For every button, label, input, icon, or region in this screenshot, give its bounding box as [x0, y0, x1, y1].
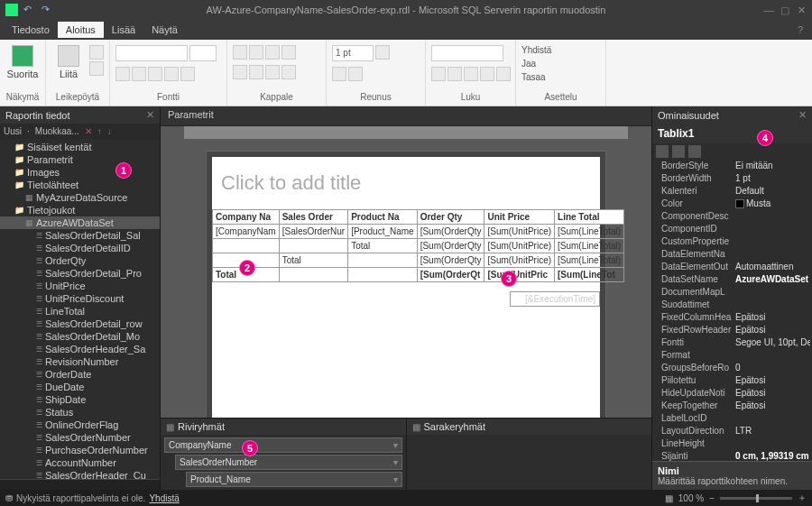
edit-button[interactable]: Muokkaa...: [35, 126, 79, 136]
property-row[interactable]: CustomPropertie: [652, 235, 812, 248]
tree-node[interactable]: DueDate: [0, 381, 160, 393]
dec-inc-icon[interactable]: [480, 67, 494, 81]
minimize-button[interactable]: —: [763, 5, 774, 15]
zoom-in-icon[interactable]: ＋: [798, 492, 807, 504]
align-center-icon[interactable]: [249, 45, 263, 60]
tree-node[interactable]: UnitPrice: [0, 280, 160, 292]
align-left-icon[interactable]: [233, 45, 247, 60]
property-grid[interactable]: BorderStyleEi mitäänBorderWidth1 ptKalen…: [652, 160, 812, 461]
tree-node[interactable]: SalesOrderNumber: [0, 431, 160, 444]
close-icon[interactable]: ✕: [146, 109, 154, 121]
tree-node[interactable]: SalesOrderDetail_Mo: [0, 330, 160, 343]
tree-node[interactable]: RevisionNumber: [0, 355, 160, 368]
down-icon[interactable]: ↓: [107, 126, 112, 136]
property-row[interactable]: ComponentDesc: [652, 210, 812, 223]
new-button[interactable]: Uusi: [4, 126, 22, 136]
bold-icon[interactable]: [115, 67, 130, 81]
property-row[interactable]: DataSetNameAzureAWDataSet: [652, 273, 812, 286]
tree-node[interactable]: Tietolähteet: [0, 179, 160, 191]
property-row[interactable]: LayoutDirectionLTR: [652, 425, 812, 437]
property-pages-icon[interactable]: [688, 145, 701, 158]
title-placeholder[interactable]: Click to add title: [212, 157, 600, 209]
tree-node[interactable]: Sisäiset kentät: [0, 141, 160, 153]
close-icon[interactable]: ✕: [798, 109, 807, 121]
tree-node[interactable]: SalesOrderDetail_Sal: [0, 229, 160, 242]
comma-icon[interactable]: [464, 67, 478, 81]
tree-node[interactable]: Parametrit: [0, 153, 160, 166]
cut-icon[interactable]: [89, 45, 104, 60]
property-row[interactable]: ComponentID: [652, 223, 812, 235]
tree-node[interactable]: UnitPriceDiscount: [0, 292, 160, 305]
font-size-select[interactable]: [189, 45, 217, 61]
italic-icon[interactable]: [132, 67, 146, 81]
tree-node[interactable]: SalesOrderHeader_Cu: [0, 469, 160, 479]
report-data-tree[interactable]: Sisäiset kentätParametritImagesTietoläht…: [0, 139, 160, 479]
property-row[interactable]: FixedRowHeaderEpätosi: [652, 324, 812, 336]
parameters-tab[interactable]: Parametrit: [161, 106, 651, 126]
align-right-icon[interactable]: [265, 45, 280, 60]
tree-node[interactable]: MyAzureDataSource: [0, 191, 160, 204]
paste-button[interactable]: Liitä: [51, 45, 86, 79]
property-row[interactable]: LabelLocID: [652, 412, 812, 425]
tree-node[interactable]: SalesOrderDetail_row: [0, 317, 160, 330]
up-icon[interactable]: ↑: [97, 126, 102, 136]
tree-node[interactable]: AzureAWDataSet: [0, 216, 160, 229]
tree-node[interactable]: OnlineOrderFlag: [0, 419, 160, 431]
tree-node[interactable]: OrderDate: [0, 368, 160, 381]
property-row[interactable]: GroupsBeforeRo0: [652, 362, 812, 374]
row-group[interactable]: Product_Name: [186, 472, 402, 487]
zoom-out-icon[interactable]: −: [709, 493, 715, 503]
connect-link[interactable]: Yhdistä: [149, 493, 179, 503]
zoom-slider[interactable]: [720, 497, 792, 500]
currency-icon[interactable]: [431, 67, 446, 81]
tree-node[interactable]: AccountNumber: [0, 456, 160, 469]
execution-time[interactable]: [&ExecutionTime]: [510, 291, 600, 307]
property-row[interactable]: HideUpdateNotiEpätosi: [652, 387, 812, 400]
property-row[interactable]: BorderStyleEi mitään: [652, 160, 812, 172]
tree-node[interactable]: LineTotal: [0, 305, 160, 317]
font-color-icon[interactable]: [164, 67, 179, 81]
property-row[interactable]: DataElementNa: [652, 248, 812, 261]
valign-top-icon[interactable]: [233, 65, 247, 79]
delete-icon[interactable]: ✕: [85, 126, 92, 136]
dec-dec-icon[interactable]: [496, 67, 511, 81]
row-group[interactable]: SalesOrderNumber: [175, 455, 402, 470]
split-button[interactable]: Jaa: [521, 59, 536, 69]
tree-node[interactable]: ShipDate: [0, 393, 160, 406]
fill-color-icon[interactable]: [180, 67, 195, 81]
border-color-icon[interactable]: [348, 67, 363, 81]
underline-icon[interactable]: [148, 67, 162, 81]
property-row[interactable]: FonttiSegoe UI, 10pt, Default,: [652, 336, 812, 349]
copy-icon[interactable]: [89, 61, 104, 76]
indent-icon[interactable]: [281, 65, 296, 79]
tree-node[interactable]: Status: [0, 406, 160, 419]
tablix[interactable]: Company NaSales OrderProduct NaOrder Qty…: [212, 209, 624, 282]
tree-node[interactable]: SalesOrderDetail_Pro: [0, 267, 160, 280]
row-group[interactable]: CompanyName: [164, 437, 402, 453]
border-width-select[interactable]: 1 pt: [332, 45, 374, 61]
font-family-select[interactable]: [115, 45, 188, 61]
valign-mid-icon[interactable]: [249, 65, 263, 79]
align-button[interactable]: Tasaa: [521, 72, 546, 82]
help-icon[interactable]: ?: [792, 24, 808, 35]
categorized-icon[interactable]: [656, 145, 669, 158]
tree-node[interactable]: PurchaseOrderNumber: [0, 444, 160, 456]
alphabetical-icon[interactable]: [672, 145, 685, 158]
property-row[interactable]: KalenteriDefault: [652, 185, 812, 198]
property-row[interactable]: BorderWidth1 pt: [652, 172, 812, 185]
tree-node[interactable]: SalesOrderDetailID: [0, 242, 160, 254]
property-row[interactable]: DataElementOutAutomaattinen: [652, 261, 812, 273]
tab-view[interactable]: Näytä: [143, 22, 186, 38]
valign-bot-icon[interactable]: [265, 65, 280, 79]
tab-file[interactable]: Tiedosto: [4, 22, 58, 38]
property-row[interactable]: Suodattimet: [652, 299, 812, 311]
tab-home[interactable]: Aloitus: [58, 22, 104, 38]
property-row[interactable]: DocumentMapL: [652, 286, 812, 299]
align-justify-icon[interactable]: [281, 45, 296, 60]
property-row[interactable]: FixedColumnHeaEpätosi: [652, 311, 812, 324]
tree-node[interactable]: SalesOrderHeader_Sa: [0, 343, 160, 355]
tree-node[interactable]: OrderQty: [0, 254, 160, 267]
property-row[interactable]: Format: [652, 349, 812, 362]
property-row[interactable]: Sijainti0 cm, 1,99319 cm: [652, 450, 812, 461]
number-format-select[interactable]: [431, 45, 503, 61]
